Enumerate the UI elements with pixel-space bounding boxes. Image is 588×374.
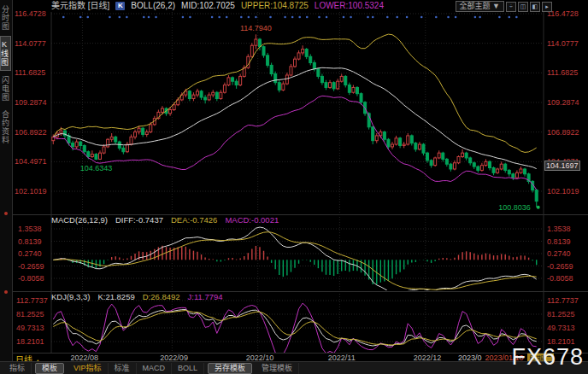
window-icon-group: ÷◫◧▸ [506,2,552,12]
kdj-d-value: D:26.8492 [143,292,180,301]
theme-dropdown-button[interactable]: 全部主题 ▼ [456,1,504,12]
y-axis-label: 106.8922 [547,128,579,137]
y-axis-label: 106.8922 [15,128,47,137]
y-axis-label: -0.8058 [18,274,44,283]
toolbar-tab-指标[interactable]: 指标 [3,363,32,374]
y-axis-label: 114.0777 [547,39,579,48]
y-axis-label: -0.8058 [547,274,573,283]
y-axis-label: 0.8139 [547,237,571,246]
trading-app-window: { "header":{ "title":"美元指数 [日线]", "indic… [0,0,588,374]
sidebar-item-0[interactable]: 分时图 [0,2,11,34]
kdj-pane-header: KDJ(9,3,3) K:21.8259 D:26.8492 J:11.7794 [51,292,223,301]
watermark: FX678 [511,344,584,371]
toolbar-tab-VIP指标[interactable]: VIP指标 [68,363,109,374]
macd-diff-value: DIFF:-0.7437 [115,215,163,225]
y-axis-label: 102.1019 [547,187,579,196]
pane-divider-handle[interactable] [4,212,8,215]
svg-text:114.7940: 114.7940 [240,24,272,32]
kdj-k-value: K:21.8259 [97,292,134,301]
y-axis-label: 111.6825 [15,68,45,77]
boll-mid-value: MID:102.7025 [181,0,235,11]
toolbar-tab-管理模板[interactable]: 管理模板 [256,363,299,374]
y-axis-label: 0.2740 [547,249,571,258]
chart-header: 美元指数 [日线] K BOLL(26,2) MID:102.7025 UPPE… [12,0,588,12]
previous-chart-icon[interactable]: ◧ [530,2,540,12]
toolbar-tab-模板[interactable]: 模板 [35,363,64,374]
toolbar-tab-另存模板[interactable]: 另存模板 [208,363,252,374]
y-axis-label: 111.6825 [547,68,578,77]
sidebar-item-1[interactable]: K线图 [0,36,11,71]
main-chart[interactable]: 114.7940104.6343100.8036 [12,0,588,362]
price-marker-badge: 104.1697 [544,161,580,171]
bottom-toolbar: 指标模板VIP指标标准MACDBOLL另存模板管理模板 [0,361,588,374]
macd-macd-value: MACD:-0.0021 [225,215,279,225]
chart-type-sidebar: 分时图K线图闪电图合约资料 [0,0,13,374]
sidebar-item-3[interactable]: 合约资料 [0,107,11,148]
y-axis-label: 81.2525 [547,310,575,318]
sidebar-item-2[interactable]: 闪电图 [0,73,11,105]
toolbar-tab-标准[interactable]: 标准 [109,363,137,374]
y-axis-label: 114.0777 [15,39,46,48]
y-axis-label: -0.2659 [18,262,44,271]
y-axis-label: 112.7737 [16,296,48,305]
kdj-j-value: J:11.7794 [188,292,223,301]
y-axis-label: 109.2874 [547,98,579,107]
y-axis-label: -0.2659 [547,262,573,271]
chevron-down-icon: ▼ [492,2,500,10]
macd-label: MACD(26,12,9) [51,215,108,225]
y-axis-label: 1.3538 [18,225,42,233]
cascade-windows-icon[interactable]: ◫ [518,2,528,12]
split-screen-icon[interactable]: ÷ [506,2,516,12]
toolbar-tab-MACD[interactable]: MACD [137,363,173,374]
y-axis-label: 18.2101 [16,337,44,346]
svg-text:104.6343: 104.6343 [80,164,113,172]
y-axis-label: 104.4971 [15,157,47,166]
boll-lower-value: LOWER:100.5324 [315,0,384,11]
y-axis-label: 112.7737 [547,296,579,305]
svg-text:100.8036: 100.8036 [498,203,531,212]
y-axis-label: 1.3538 [547,225,571,233]
boll-label: BOLL(26,2) [131,0,175,11]
indicator-badge-icon[interactable]: K [115,2,125,10]
y-axis-label: 49.7313 [547,324,575,332]
macd-dea-value: DEA:-0.7426 [171,215,217,225]
y-axis-label: 102.1019 [15,187,47,196]
y-axis-label: 49.7313 [16,324,44,332]
symbol-title: 美元指数 [日线] [51,0,109,11]
y-axis-label: 0.8139 [18,237,42,246]
kdj-label: KDJ(9,3,3) [51,292,90,301]
y-axis-label: 109.2874 [15,98,47,107]
toolbar-tab-BOLL[interactable]: BOLL [172,363,204,374]
boll-upper-value: UPPER:104.8725 [241,0,309,11]
next-chart-icon[interactable]: ▸ [542,2,552,12]
y-axis-label: 0.2740 [18,249,42,258]
pane-divider-handle[interactable] [4,290,8,294]
y-axis-label: 81.2525 [16,310,44,318]
theme-dropdown-label: 全部主题 [460,2,491,10]
macd-pane-header: MACD(26,12,9) DIFF:-0.7437 DEA:-0.7426 M… [51,215,279,225]
